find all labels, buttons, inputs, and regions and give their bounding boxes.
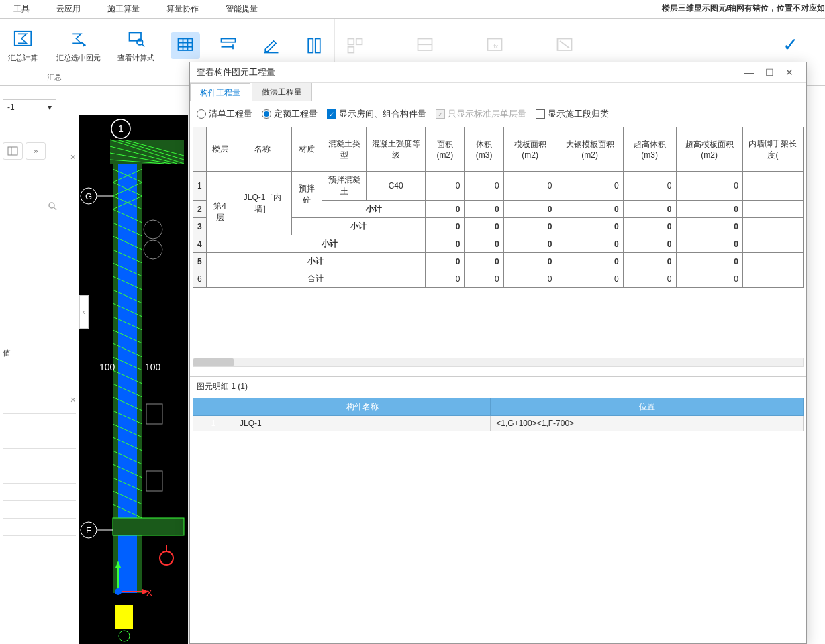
cell-val: 0 [556,253,623,270]
layout-button[interactable] [3,142,23,160]
detail-rownum: 1 [193,416,234,431]
search-icon[interactable] [48,201,57,213]
left-value-label: 值 [3,347,79,359]
formula-icon [124,29,148,50]
collapse-handle[interactable]: ‹ [79,295,89,329]
svg-rect-25 [8,147,17,155]
radio-quota-qty[interactable]: 定额工程量 [262,108,318,120]
rownum-header [193,127,207,172]
col-grade[interactable]: 混凝土强度等级 [367,127,426,172]
property-row [3,431,76,449]
cell-val: 0 [465,253,503,270]
detail-row[interactable]: 1 JLQ-1 <1,G+100><1,F-700> [193,416,804,431]
table-row[interactable]: 4 小计 0 0 0 0 0 0 [193,235,804,253]
col-scaffold[interactable]: 内墙脚手架长度( [742,127,803,172]
cell-val: 0 [676,270,742,288]
menu-cloud[interactable]: 云应用 [43,3,94,15]
table-row-total[interactable]: 6 合计 0 0 0 0 0 0 [193,270,804,288]
rownum: 6 [193,270,207,288]
svg-point-27 [49,203,54,208]
cell-val: 0 [623,172,676,201]
table-row[interactable]: 5 小计 0 0 0 0 0 0 [193,253,804,270]
cell-val: 0 [426,253,465,270]
menu-construction[interactable]: 施工算量 [94,3,153,15]
cell-val: 0 [503,270,556,288]
cell-subtotal: 小计 [322,201,426,218]
svg-rect-16 [348,39,354,45]
checkbox-icon: ✓ [327,109,336,119]
cb-std-floor: ✓ 只显示标准层单层量 [436,108,526,120]
cell-val: 0 [556,218,623,235]
cell-val [742,172,803,201]
col-extra-form[interactable]: 超高模板面积(m2) [676,127,742,172]
drawing-canvas[interactable]: 1 G F 100 100 [79,115,188,644]
cell-val: 0 [503,218,556,235]
scrollbar-thumb[interactable] [193,358,234,366]
cell-val: 0 [426,218,465,235]
minimize-button[interactable]: — [739,67,759,78]
quantity-table-wrap[interactable]: 楼层 名称 材质 混凝土类型 混凝土强度等级 面积(m2) 体积(m3) 模板面… [190,127,806,288]
close-icon-2[interactable]: × [70,394,76,405]
menu-tools[interactable]: 工具 [0,3,43,15]
cell-val: 0 [556,172,623,201]
ribbon-view-quantity[interactable] [171,32,200,59]
ribbon-disabled-2 [410,32,440,59]
property-row [3,501,76,519]
cb-show-construction-label: 显示施工段归类 [548,108,609,120]
property-row [3,519,76,536]
cb-show-construction[interactable]: 显示施工段归类 [536,108,609,120]
cell-grade: C40 [367,172,426,201]
cb-show-room[interactable]: ✓ 显示房间、组合构件量 [327,108,426,120]
menu-smart[interactable]: 智能提量 [212,3,271,15]
ribbon-item-4[interactable] [256,32,286,59]
cell-val: 0 [503,172,556,201]
col-name[interactable]: 名称 [234,127,291,172]
ribbon-item-3[interactable] [213,32,243,59]
col-floor[interactable]: 楼层 [206,127,234,172]
cell-val: 0 [623,235,676,253]
col-area[interactable]: 面积(m2) [426,127,465,172]
ribbon-view-formula-label: 查看计算式 [117,53,154,63]
table-row[interactable]: 1 第4层 JLQ-1［内墙］ 预拌砼 预拌混凝土 C40 0 0 0 0 0 … [193,172,804,201]
ribbon-total-selected[interactable]: 汇总选中图元 [54,26,103,66]
cell-subtotal: 小计 [291,218,426,235]
expand-button[interactable]: » [26,142,46,160]
col-formwork[interactable]: 模板面积(m2) [503,127,556,172]
property-row [3,414,76,431]
col-volume[interactable]: 体积(m3) [465,127,503,172]
floor-dropdown[interactable]: -1 ▾ [3,99,56,115]
col-material[interactable]: 材质 [291,127,322,172]
svg-rect-10 [222,39,236,42]
check-icon[interactable]: ✓ [783,34,798,56]
svg-rect-5 [179,39,193,51]
radio-list-qty[interactable]: 清单工程量 [197,108,252,120]
property-row [3,536,76,553]
ribbon-total-calc[interactable]: 汇总计算 [5,26,40,66]
col-extra-vol[interactable]: 超高体积(m3) [623,127,676,172]
detail-col-name[interactable]: 构件名称 [234,398,491,416]
svg-text:100: 100 [145,362,161,372]
cell-name: JLQ-1［内墙］ [234,172,291,235]
cell-val [742,218,803,235]
tab-method-qty[interactable]: 做法工程量 [252,83,312,101]
menu-collab[interactable]: 算量协作 [153,3,212,15]
ribbon-total-selected-label: 汇总选中图元 [56,53,101,63]
dialog-titlebar[interactable]: 查看构件图元工程量 — ☐ ✕ [190,62,806,83]
ribbon-disabled-4 [550,32,579,59]
cell-val [742,253,803,270]
col-steel-form[interactable]: 大钢模板面积(m2) [556,127,623,172]
detail-col-pos[interactable]: 位置 [491,398,804,416]
ribbon-view-formula[interactable]: 查看计算式 [115,26,157,66]
horizontal-scrollbar[interactable] [193,358,804,367]
detail-header: 图元明细 1 (1) [190,376,806,396]
close-icon[interactable]: × [70,152,76,162]
col-conc-type[interactable]: 混凝土类型 [322,127,367,172]
detail-name: JLQ-1 [234,416,491,431]
ribbon-item-5[interactable] [299,32,329,59]
tab-component-qty[interactable]: 构件工程量 [190,83,250,101]
maximize-button[interactable]: ☐ [759,67,779,78]
close-button[interactable]: ✕ [779,67,799,78]
table-header-row: 楼层 名称 材质 混凝土类型 混凝土强度等级 面积(m2) 体积(m3) 模板面… [193,127,804,172]
checkbox-icon [536,109,545,119]
left-panel: -1 ▾ × » 值 × [0,86,79,644]
